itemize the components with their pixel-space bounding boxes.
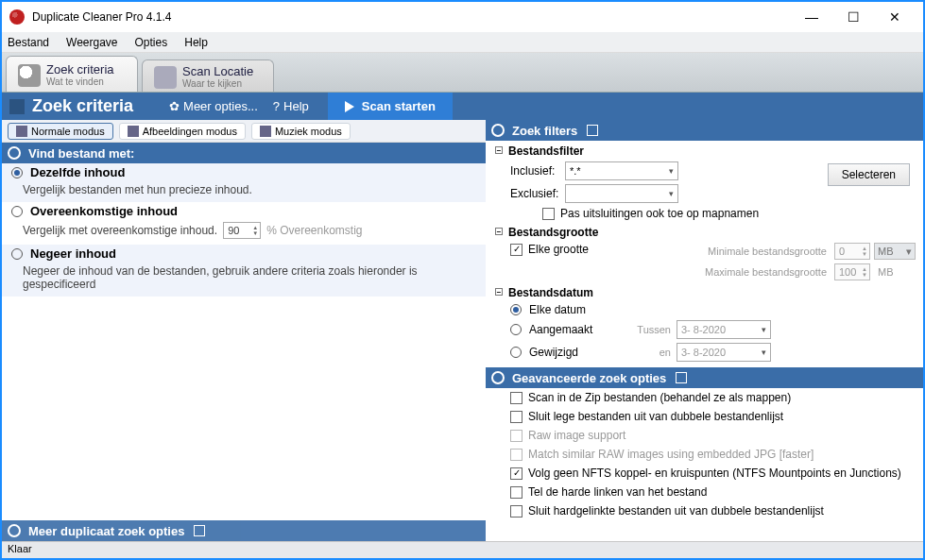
tab-search-criteria[interactable]: Zoek criteria Wat te vinden xyxy=(6,56,138,92)
apply-dirs-checkbox[interactable] xyxy=(542,208,555,220)
collapse-icon[interactable] xyxy=(8,146,21,160)
include-label: Inclusief: xyxy=(510,164,565,178)
adv-ntfs-checkbox[interactable] xyxy=(510,467,522,480)
chevron-down-icon: ▾ xyxy=(669,189,674,198)
max-size-row: Maximale bestandsgrootte 100▲▼ MB xyxy=(618,262,923,282)
adv-raw: Raw image support xyxy=(486,426,923,445)
more-dup-options-head[interactable]: Meer duplicaat zoek opties xyxy=(2,520,486,541)
more-dup-label: Meer duplicaat zoek opties xyxy=(28,524,184,538)
popout-icon[interactable] xyxy=(676,372,687,383)
tab-location-label: Scan Locatie xyxy=(182,65,253,78)
include-combo[interactable]: *.*▾ xyxy=(565,161,678,180)
radio-icon xyxy=(11,248,23,260)
similar-label: Overeenkomstige inhoud xyxy=(30,204,178,218)
adv-hard-checkbox[interactable] xyxy=(510,486,522,499)
adv-hardex: Sluit hardgelinkte bestanden uit van dub… xyxy=(486,501,923,520)
percent-value: 90 xyxy=(228,225,239,236)
scan-start-button[interactable]: Scan starten xyxy=(328,93,453,120)
mode-music[interactable]: Muziek modus xyxy=(251,123,351,140)
advanced-head-label: Geavanceerde zoek opties xyxy=(512,371,666,385)
min-size-row: Minimale bestandsgrootte 0▲▼ MB▾ xyxy=(618,241,923,262)
mode-normal[interactable]: Normale modus xyxy=(8,123,113,140)
more-options-link[interactable]: ✿Meer opties... xyxy=(169,99,258,113)
collapse-icon[interactable] xyxy=(491,124,505,137)
advanced-head: Geavanceerde zoek opties xyxy=(486,367,923,388)
folder-icon xyxy=(154,66,177,89)
main-tabbar: Zoek criteria Wat te vinden Scan Locatie… xyxy=(2,53,923,93)
date-and-picker[interactable]: 3- 8-2020▾ xyxy=(677,343,771,362)
adv-zip: Scan in de Zip bestanden (behandel ze al… xyxy=(486,388,923,407)
radio-similar-content[interactable]: Overeenkomstige inhoud xyxy=(2,202,486,220)
popout-icon[interactable] xyxy=(587,125,598,136)
chevron-down-icon: ▾ xyxy=(762,325,766,334)
created-date-row: Aangemaakt Tussen 3- 8-2020▾ xyxy=(486,318,923,341)
file-filter-head: −Bestandsfilter xyxy=(486,141,923,160)
expand-icon[interactable]: − xyxy=(495,146,503,154)
expand-icon[interactable]: − xyxy=(495,228,503,235)
doc-icon xyxy=(16,126,27,137)
any-date-label: Elke datum xyxy=(529,303,586,316)
left-panel: Normale modus Afbeeldingen modus Muziek … xyxy=(2,120,486,541)
window-title: Duplicate Cleaner Pro 4.1.4 xyxy=(32,10,791,24)
expand-icon[interactable]: − xyxy=(495,288,503,296)
filters-head-label: Zoek filters xyxy=(512,124,577,138)
tab-scan-location[interactable]: Scan Locatie Waar te kijken xyxy=(142,59,274,92)
any-size-row: Elke grootte xyxy=(486,241,618,258)
date-between-picker[interactable]: 3- 8-2020▾ xyxy=(677,320,771,339)
max-size-value[interactable]: 100▲▼ xyxy=(834,263,870,280)
exclude-combo[interactable]: ▾ xyxy=(565,184,678,203)
adv-empty-checkbox[interactable] xyxy=(510,411,522,423)
similar-desc-row: Vergelijk met overeenkomstige inhoud. 90… xyxy=(2,220,486,245)
min-size-value[interactable]: 0▲▼ xyxy=(834,243,870,260)
minimize-button[interactable]: — xyxy=(791,4,832,30)
and-label: en xyxy=(624,347,671,358)
spinner-arrows-icon: ▲▼ xyxy=(862,266,867,278)
any-date-row[interactable]: Elke datum xyxy=(486,301,923,318)
any-size-label: Elke grootte xyxy=(528,243,589,256)
tab-search-label: Zoek criteria xyxy=(46,63,114,76)
any-size-checkbox[interactable] xyxy=(510,244,522,256)
percent-label: % Overeenkomstig xyxy=(266,224,362,237)
more-options-label: Meer opties... xyxy=(183,99,258,113)
help-icon: ? xyxy=(273,99,280,113)
menu-weergave[interactable]: Weergave xyxy=(66,36,117,49)
radio-modified[interactable] xyxy=(510,347,522,358)
radio-same-content[interactable]: Dezelfde inhoud xyxy=(2,163,486,181)
between-label: Tussen xyxy=(624,324,671,335)
menubar: Bestand Weergave Opties Help xyxy=(2,32,923,53)
popout-icon[interactable] xyxy=(194,525,205,536)
help-link[interactable]: ?Help xyxy=(273,99,309,113)
apply-to-dirs-row: Pas uitsluitingen ook toe op mapnamen xyxy=(486,205,923,222)
collapse-icon[interactable] xyxy=(491,371,505,384)
percent-spinner[interactable]: 90▲▼ xyxy=(223,222,261,239)
menu-opties[interactable]: Opties xyxy=(135,36,168,49)
adv-hardex-checkbox[interactable] xyxy=(510,505,522,518)
find-head-label: Vind bestand met: xyxy=(28,146,134,161)
mode-images-label: Afbeeldingen modus xyxy=(143,126,237,137)
min-size-label: Minimale bestandsgrootte xyxy=(642,246,827,257)
maximize-button[interactable]: ☐ xyxy=(832,4,874,30)
right-panel: Zoek filters −Bestandsfilter Inclusief: … xyxy=(486,120,923,541)
max-size-unit: MB xyxy=(874,266,916,278)
adv-rawjpg: Match similar RAW images using embedded … xyxy=(486,445,923,464)
min-size-unit[interactable]: MB▾ xyxy=(874,243,916,260)
select-filter-button[interactable]: Selecteren xyxy=(828,163,910,186)
mode-normal-label: Normale modus xyxy=(31,126,105,137)
close-button[interactable]: ✕ xyxy=(874,4,916,30)
radio-created[interactable] xyxy=(510,324,522,335)
adv-raw-checkbox xyxy=(510,430,522,442)
mode-row: Normale modus Afbeeldingen modus Muziek … xyxy=(2,120,486,143)
menu-bestand[interactable]: Bestand xyxy=(8,36,49,49)
menu-help[interactable]: Help xyxy=(184,36,208,49)
window-controls: — ☐ ✕ xyxy=(791,4,916,30)
date-filter-head: −Bestandsdatum xyxy=(486,282,923,301)
radio-icon xyxy=(11,167,23,178)
similar-desc: Vergelijk met overeenkomstige inhoud. xyxy=(23,224,217,237)
radio-ignore-content[interactable]: Negeer inhoud xyxy=(2,245,486,263)
mode-images[interactable]: Afbeeldingen modus xyxy=(119,123,246,140)
collapse-icon[interactable] xyxy=(8,524,21,537)
apply-dirs-label: Pas uitsluitingen ook toe op mapnamen xyxy=(560,207,759,220)
page-icon xyxy=(9,99,25,114)
mode-music-label: Muziek modus xyxy=(275,126,342,137)
adv-zip-checkbox[interactable] xyxy=(510,392,522,404)
